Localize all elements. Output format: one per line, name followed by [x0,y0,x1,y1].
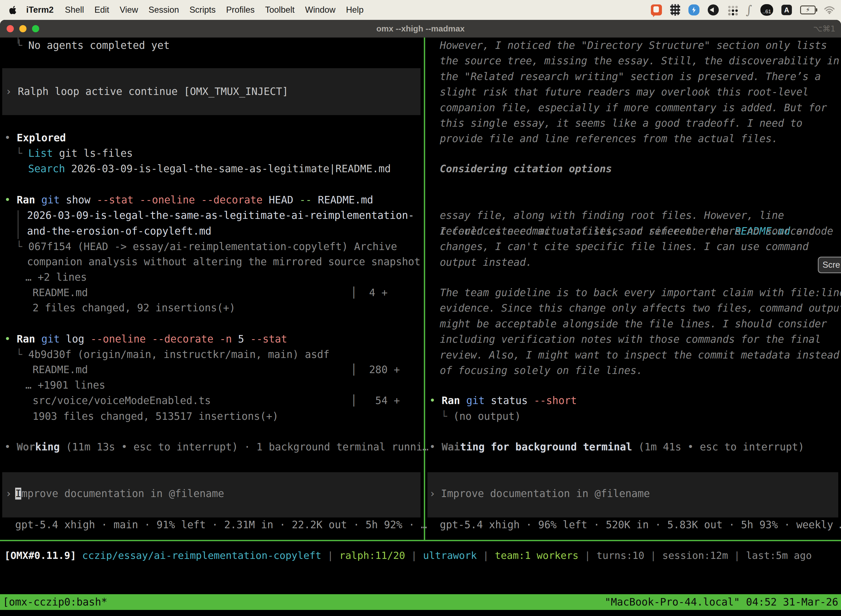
git-log-summary: 1903 files changed, 513517 insertions(+) [32,409,278,424]
no-agents-line: └ No agents completed yet [16,38,170,53]
iterm2-window: omx --xhigh --madmax ⌥⌘1 └ No agents com… [0,20,841,616]
git-log-stat-value-2: │ 54 + [351,393,400,408]
window-title: omx --xhigh --madmax [0,20,841,38]
working-status-line: • Working (11m 13s • esc to interrupt) ·… [4,439,428,455]
git-log-commit-line: └ 4b9d30f (origin/main, instructkr/main,… [16,347,330,362]
git-show-commit-line: └ 067f154 (HEAD -> essay/ai-reimplementa… [16,239,397,254]
git-log-more-lines: … +1901 lines [25,378,105,393]
menu-item-session[interactable]: Session [143,5,184,15]
screenshot-root: iTerm2 Shell Edit View Session Scripts P… [0,0,841,616]
git-show-filename-2: and-the-erosion-of-copyleft.md [27,224,211,239]
window-title-bar[interactable]: omx --xhigh --madmax ⌥⌘1 [0,20,841,38]
git-log-command: • Ran git log --oneline --decorate -n 5 … [4,331,287,347]
explored-header: • Explored [4,130,66,146]
left-prompt-text: mprove documentation in @filename [21,488,224,500]
git-show-command: • Ran git show --stat --oneline --decora… [4,192,373,208]
git-show-commit-line-2: companion analysis without altering the … [27,254,420,270]
chat-app-icon[interactable] [651,4,662,15]
git-show-stat-file: README.md [32,285,88,301]
right-prompt-chevron: › [429,486,435,502]
screen-share-tab-label: Scre [822,260,840,270]
menu-item-edit[interactable]: Edit [89,5,114,15]
menu-status-icons: ∫ ..61 A ⚡ [651,4,841,16]
menu-item-help[interactable]: Help [341,5,369,15]
charging-bolt-icon: ⚡ [806,7,810,13]
right-session-status: gpt-5.4 xhigh · 96% left · 520K in · 5.8… [440,517,841,532]
git-log-stat-file-2: src/voice/voiceModeEnabled.ts [32,393,211,408]
git-show-summary: 2 files changed, 92 insertions(+) [32,300,235,316]
wifi-icon[interactable] [824,6,835,14]
dark-disc-icon[interactable] [708,4,719,15]
menu-item-view[interactable]: View [114,5,144,15]
omx-status-bar: [OMX#0.11.9] cczip/essay/ai-reimplementa… [4,548,812,563]
window-shortcut-badge: ⌥⌘1 [813,20,835,38]
tmux-status-bar: [omx-cczip0:bash* "MacBook-Pro-44.local"… [0,594,841,610]
right-prompt-text[interactable]: Improve documentation in @filename [441,486,650,502]
menu-item-profiles[interactable]: Profiles [221,5,259,15]
left-session-status: gpt-5.4 xhigh · main · 91% left · 2.31M … [15,517,427,532]
reasoning-heading: Considering citation options [440,161,612,177]
inject-banner-line: › Ralph loop active continue [OMX_TMUX_I… [6,84,288,99]
git-status-output: └ (no output) [441,409,521,424]
macos-menu-bar: iTerm2 Shell Edit View Session Scripts P… [0,0,841,20]
waiting-status-line: • Waiting for background terminal (1m 41… [429,439,804,455]
left-prompt-input[interactable]: Improve documentation in @filename [15,486,224,502]
menu-item-window[interactable]: Window [300,5,341,15]
tmux-host-clock: "MacBook-Pro-44.local" 04:52 31-Mar-26 [605,596,838,608]
battery-icon[interactable]: ⚡ [800,6,816,14]
menu-item-iterm2[interactable]: iTerm2 [21,5,60,15]
tmux-session-label: [omx-cczip0:bash* [3,596,107,608]
git-status-command: • Ran git status --short [429,393,577,408]
explored-list-line: └ List git ls-files [16,146,133,161]
git-show-filename-1: 2026-03-09-is-legal-the-same-as-legitima… [27,208,414,223]
shield-app-icon[interactable] [670,4,680,16]
tmux-pane-divider-vertical[interactable] [424,38,425,540]
blue-bolt-icon[interactable] [689,4,699,15]
git-log-stat-value-1: │ 280 + [351,362,400,378]
git-show-stat-value: │ 4 + [351,285,388,301]
reasoning-paragraph-3: The team guideline is to back every impo… [440,285,841,378]
tree-line [18,210,19,239]
git-show-more-lines: … +2 lines [25,270,87,285]
left-prompt-chevron: › [6,486,12,502]
text-cursor: I [15,488,21,500]
menu-item-scripts[interactable]: Scripts [184,5,221,15]
explored-search-line: Search 2026-03-09-is-legal-the-same-as-l… [28,161,391,177]
screen-share-tab[interactable]: Scre [818,257,841,273]
hook-icon[interactable]: ∫ [746,4,752,15]
reasoning-paragraph-1: However, I noticed the "Directory Struct… [440,38,840,147]
reasoning-paragraph-2-rest: essay file, along with finding root file… [440,192,833,270]
badge-61-icon[interactable]: ..61 [760,4,773,16]
dots-grid-icon[interactable] [727,5,737,15]
git-log-stat-file-1: README.md [32,362,88,378]
tmux-pane-divider-horizontal[interactable] [0,540,841,541]
keyboard-input-icon[interactable]: A [781,5,792,15]
menu-item-shell[interactable]: Shell [60,5,89,15]
apple-menu-icon[interactable] [9,5,17,15]
menu-left: iTerm2 Shell Edit View Session Scripts P… [0,5,369,15]
menu-item-toolbelt[interactable]: Toolbelt [260,5,300,15]
